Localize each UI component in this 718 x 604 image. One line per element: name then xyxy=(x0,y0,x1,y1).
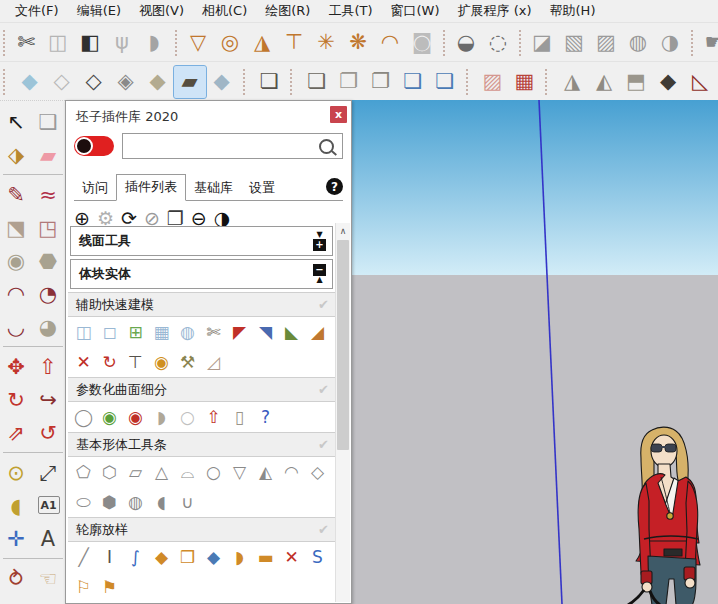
drape-icon[interactable]: ⬒ xyxy=(620,66,652,98)
panel-scrollbar[interactable]: ∧ xyxy=(335,223,350,602)
orbit-icon[interactable]: ⥁ xyxy=(1,563,32,594)
outer-shell-icon[interactable]: ❏ xyxy=(253,66,285,98)
toolbar-drag-handle[interactable] xyxy=(290,69,296,95)
panel-titlebar[interactable]: 坯子插件库 2020 x xyxy=(66,101,351,129)
terrain-blue-arrow-icon[interactable]: ◥ xyxy=(253,320,278,344)
plugin-group-header-2[interactable]: 基本形体工具条✔ xyxy=(68,432,335,457)
wire-sphere-icon[interactable]: ◯ xyxy=(71,405,96,429)
spot-light-icon[interactable]: ▽ xyxy=(182,27,214,59)
plugin-group-header-3[interactable]: 轮廓放样✔ xyxy=(68,517,335,542)
facestyle-box2-icon[interactable]: ▨ xyxy=(590,27,622,59)
grass-icon[interactable]: ψ xyxy=(106,27,138,59)
terrain-green-icon[interactable]: ◣ xyxy=(279,320,304,344)
shaded-icon[interactable]: ◆ xyxy=(142,66,174,98)
push-pull-icon[interactable]: ⇧ xyxy=(33,351,64,382)
textured-icon[interactable]: ▰ xyxy=(174,66,206,98)
toolbar-drag-handle[interactable] xyxy=(691,30,693,56)
toolbar-drag-handle[interactable] xyxy=(175,30,177,56)
wireframe-icon[interactable]: ◇ xyxy=(78,66,110,98)
search-icon[interactable] xyxy=(319,139,334,154)
shape-hemisphere-icon[interactable]: ◖ xyxy=(149,490,174,514)
toolbar-drag-handle[interactable] xyxy=(443,30,445,56)
shape-cone-icon[interactable]: ◭ xyxy=(253,460,278,484)
terrain-pin-icon[interactable]: ⊤ xyxy=(123,350,148,374)
menu-item-5[interactable]: 工具(T) xyxy=(319,0,381,22)
close-icon[interactable]: x xyxy=(330,106,347,123)
wheel-icon[interactable]: ◉ xyxy=(149,350,174,374)
from-scratch-icon[interactable]: ▦ xyxy=(508,66,540,98)
axes-icon[interactable]: ✛ xyxy=(1,523,32,554)
offset-icon[interactable]: ↺ xyxy=(33,417,64,448)
paint-bucket-icon[interactable]: ⬗ xyxy=(1,139,32,170)
loft-ibeam-icon[interactable]: I xyxy=(97,545,122,569)
ice-add-icon[interactable]: ⊞ xyxy=(123,320,148,344)
white-sphere-icon[interactable]: ○ xyxy=(175,405,200,429)
section-plane-icon[interactable]: ✄ xyxy=(10,27,42,59)
shape-circle-icon[interactable]: ○ xyxy=(201,460,226,484)
move-icon[interactable]: ✥ xyxy=(1,351,32,382)
scrollbar-thumb[interactable] xyxy=(337,240,349,450)
terrain-refresh-icon[interactable]: ↻ xyxy=(97,350,122,374)
menu-item-6[interactable]: 窗口(W) xyxy=(382,0,449,22)
ghost-box-icon[interactable]: ◫ xyxy=(42,27,74,59)
section-box-icon[interactable]: ◧ xyxy=(74,27,106,59)
loft-box-icon[interactable]: ❒ xyxy=(175,545,200,569)
loft-x-icon[interactable]: ✕ xyxy=(279,545,304,569)
shape-dome-icon[interactable]: ◠ xyxy=(279,460,304,484)
terrain-red-arrow-icon[interactable]: ◤ xyxy=(227,320,252,344)
3d-text-icon[interactable]: A xyxy=(33,523,64,554)
person-figure[interactable] xyxy=(608,425,718,604)
loft-cone-icon[interactable]: ◆ xyxy=(149,545,174,569)
group-check-icon[interactable]: ✔ xyxy=(318,297,329,312)
arc-icon[interactable]: ◠ xyxy=(1,278,32,309)
group-check-icon[interactable]: ✔ xyxy=(318,382,329,397)
text-icon[interactable]: A1 xyxy=(38,496,60,514)
hidden-line-icon[interactable]: ◈ xyxy=(110,66,142,98)
box-select-hand-icon[interactable]: ☛ xyxy=(698,27,718,59)
ice-grid-icon[interactable]: ▦ xyxy=(149,320,174,344)
tab-1[interactable]: 插件列表 xyxy=(116,174,186,201)
rotate-icon[interactable]: ↻ xyxy=(1,384,32,415)
menu-item-3[interactable]: 相机(C) xyxy=(193,0,256,22)
shape-ellipse-icon[interactable]: ⬭ xyxy=(71,490,96,514)
trim-icon[interactable]: ❏ xyxy=(397,66,429,98)
from-contours-icon[interactable]: ▨ xyxy=(476,66,508,98)
stamp-icon[interactable]: ◭ xyxy=(588,66,620,98)
group-light-icon[interactable]: ◙ xyxy=(406,27,438,59)
rotated-rectangle-icon[interactable]: ◳ xyxy=(33,212,64,243)
loft-scurve-icon[interactable]: ∫ xyxy=(123,545,148,569)
flip-edge-icon[interactable]: ◺ xyxy=(684,66,716,98)
eraser-icon[interactable]: ▰ xyxy=(33,139,64,170)
group-check-icon[interactable]: ✔ xyxy=(318,522,329,537)
add-detail-icon[interactable]: ◆ xyxy=(652,66,684,98)
knife-icon[interactable]: ✄ xyxy=(201,320,226,344)
smoove-icon[interactable]: ◮ xyxy=(556,66,588,98)
circle-icon[interactable]: ◉ xyxy=(1,245,32,276)
star-light-icon[interactable]: ❋ xyxy=(342,27,374,59)
facestyle-box1-icon[interactable]: ▧ xyxy=(558,27,590,59)
tab-0[interactable]: 访问 xyxy=(74,176,116,201)
terrain-x-icon[interactable]: ✕ xyxy=(71,350,96,374)
toolbar-drag-handle[interactable] xyxy=(545,69,551,95)
plugin-group-header-0[interactable]: 辅助快速建模✔ xyxy=(68,292,335,317)
line-icon[interactable]: ✎ xyxy=(1,179,32,210)
pie-icon[interactable]: ◔ xyxy=(33,278,64,309)
freehand-icon[interactable]: ≈ xyxy=(33,179,64,210)
plugin-group-header-1[interactable]: 参数化曲面细分✔ xyxy=(68,377,335,402)
group-check-icon[interactable]: ✔ xyxy=(318,437,329,452)
split-icon[interactable]: ❏ xyxy=(429,66,461,98)
ice-round-icon[interactable]: ◍ xyxy=(175,320,200,344)
hide-rest-icon[interactable]: ◌ xyxy=(482,27,514,59)
loft-flat-icon[interactable]: ▬ xyxy=(253,545,278,569)
loft-pin2-icon[interactable]: ⚑ xyxy=(97,575,122,599)
ies-light-icon[interactable]: ◮ xyxy=(246,27,278,59)
menu-item-1[interactable]: 编辑(E) xyxy=(68,0,130,22)
red-sphere-icon[interactable]: ◉ xyxy=(123,405,148,429)
select-icon[interactable]: ↖ xyxy=(1,106,32,137)
point-light-icon[interactable]: ✳ xyxy=(310,27,342,59)
facestyle-split-icon[interactable]: ◪ xyxy=(526,27,558,59)
pan-icon[interactable]: ☜ xyxy=(33,563,64,594)
ice-wedge-icon[interactable]: ◻ xyxy=(97,320,122,344)
loft-pin1-icon[interactable]: ⚐ xyxy=(71,575,96,599)
rectangle-icon[interactable]: ⬔ xyxy=(1,212,32,243)
